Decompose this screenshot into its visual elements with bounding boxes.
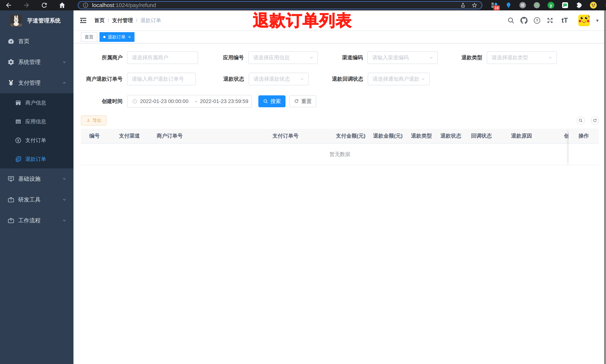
sidebar-item-app-info[interactable]: 应用信息 bbox=[0, 112, 73, 131]
avatar-caret-icon[interactable]: ▾ bbox=[596, 18, 599, 23]
channel-label: 渠道编码 bbox=[318, 54, 367, 61]
sidebar-item-refund-order[interactable]: 退款订单 bbox=[0, 150, 73, 169]
toolbar-right bbox=[577, 116, 599, 125]
browser-toolbar: localhost:1024/pay/refund 10 ⌘ y 更新 bbox=[0, 0, 606, 10]
top-navbar: 首页 / 支付管理 / 退款订单 退款订单列表 ? tT ▾ bbox=[73, 10, 606, 31]
create-time-label: 创建时间 bbox=[81, 98, 127, 105]
tag-home[interactable]: 首页 bbox=[81, 32, 97, 42]
column-header: 支付金额(元) bbox=[331, 129, 369, 143]
column-header: 退款金额(元) bbox=[369, 129, 407, 143]
extension-y-icon[interactable]: y bbox=[547, 2, 554, 9]
search-icon[interactable] bbox=[507, 17, 515, 24]
monitor-chart-icon bbox=[7, 175, 14, 182]
create-time-range-picker[interactable]: 2022-01-23 00:00:00 - 2022-01-23 23:59:5… bbox=[127, 95, 252, 108]
gear-icon bbox=[7, 59, 14, 66]
search-button[interactable]: 搜索 bbox=[258, 95, 286, 107]
breadcrumb-home[interactable]: 首页 bbox=[94, 17, 105, 24]
navbar-actions: ? tT ▾ bbox=[507, 15, 599, 26]
sidebar-item-home[interactable]: 首页 bbox=[0, 31, 73, 52]
extension-command-icon[interactable]: ⌘ bbox=[519, 2, 526, 9]
column-header: 商户订单号 bbox=[152, 129, 268, 143]
browser-home-icon[interactable] bbox=[58, 1, 66, 9]
filter-row-1: 所属商户 应用编号 请选择应用信息 渠道编码 请输入渠道编码 退款类型 请选择退… bbox=[81, 51, 606, 64]
channel-select[interactable]: 请输入渠道编码 bbox=[367, 51, 438, 64]
column-header: 支付渠道 bbox=[115, 129, 152, 143]
font-size-icon[interactable]: tT bbox=[559, 16, 570, 24]
app-placeholder: 请选择应用信息 bbox=[253, 54, 307, 61]
browser-reload-icon[interactable] bbox=[40, 1, 48, 9]
sidebar-item-workflow[interactable]: 工作流程 bbox=[0, 210, 73, 231]
table-header-row: 编号 支付渠道 商户订单号 支付订单号 支付金额(元) 退款金额(元) 退款类型… bbox=[81, 129, 599, 143]
notify-status-label: 退款回调状态 bbox=[309, 76, 368, 83]
sidebar-item-pay-order[interactable]: 支付订单 bbox=[0, 131, 73, 150]
tags-view-bar: 首页 退款订单 × bbox=[73, 31, 606, 43]
extension-dot-icon[interactable] bbox=[533, 2, 540, 9]
question-glyph: ? bbox=[536, 18, 538, 23]
app-label: 应用编号 bbox=[198, 54, 248, 61]
command-glyph: ⌘ bbox=[521, 3, 525, 8]
dashboard-icon bbox=[7, 38, 14, 45]
sidebar-item-devtools[interactable]: 研发工具 bbox=[0, 189, 73, 210]
sidebar-logo[interactable]: 芋道管理系统 bbox=[0, 10, 73, 31]
sidebar-item-pay[interactable]: ¥ 支付管理 bbox=[0, 73, 73, 93]
tag-label: 首页 bbox=[85, 34, 93, 40]
page-annotation: 退款订单列表 bbox=[253, 10, 352, 31]
breadcrumb-pay[interactable]: 支付管理 bbox=[112, 17, 133, 24]
briefcase-icon bbox=[7, 217, 14, 224]
avatar[interactable] bbox=[578, 15, 590, 26]
sidebar-item-label: 研发工具 bbox=[18, 196, 62, 204]
empty-text: 暂无数据 bbox=[329, 151, 350, 158]
merchant-input[interactable] bbox=[127, 51, 198, 64]
help-icon[interactable]: ? bbox=[533, 17, 541, 24]
notify-status-placeholder: 请选择通知商户退款结果的回调状态 bbox=[373, 76, 419, 83]
github-icon[interactable] bbox=[520, 17, 528, 24]
sidebar-item-label: 首页 bbox=[18, 38, 67, 45]
chevron-down-icon bbox=[309, 55, 314, 60]
refund-type-select[interactable]: 请选择退款类型 bbox=[487, 51, 557, 64]
refund-status-select[interactable]: 请选择退款状态 bbox=[249, 73, 309, 85]
column-header: 编号 bbox=[81, 129, 115, 143]
chevron-down-icon bbox=[548, 55, 553, 60]
date-end-value[interactable]: 2022-01-23 23:59:59 bbox=[200, 98, 252, 104]
share-icon[interactable] bbox=[460, 2, 466, 8]
fullscreen-icon[interactable] bbox=[546, 17, 554, 24]
breadcrumb-current: 退款订单 bbox=[140, 17, 161, 24]
export-button[interactable]: 导出 bbox=[81, 116, 106, 126]
sidebar-item-system[interactable]: 系统管理 bbox=[0, 52, 73, 73]
reset-button[interactable]: 重置 bbox=[289, 95, 316, 107]
address-bar[interactable]: localhost:1024/pay/refund bbox=[78, 1, 482, 9]
sidebar-item-merchant-info[interactable]: 商户信息 bbox=[0, 93, 73, 112]
site-info-icon[interactable] bbox=[82, 2, 89, 8]
browser-forward-icon[interactable] bbox=[23, 1, 30, 9]
app-frame: 芋道管理系统 首页 系统管理 ¥ 支付管理 商户信息 bbox=[0, 10, 606, 364]
chevron-down-icon bbox=[429, 55, 434, 60]
yen-icon: ¥ bbox=[7, 79, 14, 86]
filter-row-2: 商户退款订单号 退款状态 请选择退款状态 退款回调状态 请选择通知商户退款结果的… bbox=[81, 73, 606, 85]
extension-kite-icon[interactable] bbox=[505, 2, 512, 9]
url-text[interactable]: localhost:1024/pay/refund bbox=[92, 2, 458, 8]
sidebar-item-infra[interactable]: 基础设施 bbox=[0, 169, 73, 189]
close-icon[interactable]: × bbox=[128, 35, 131, 39]
export-button-label: 导出 bbox=[92, 117, 101, 123]
extension-emoji-icon[interactable] bbox=[590, 2, 597, 9]
notify-status-select[interactable]: 请选择通知商户退款结果的回调状态 bbox=[368, 73, 430, 85]
pay-submenu: 商户信息 应用信息 支付订单 退款订单 bbox=[0, 93, 73, 169]
extension-tiles-icon[interactable]: 10 bbox=[491, 2, 498, 9]
sidebar-item-label: 退款订单 bbox=[25, 156, 46, 163]
tag-label: 退款订单 bbox=[108, 34, 126, 40]
app-select[interactable]: 请选择应用信息 bbox=[248, 51, 318, 64]
merchant-refund-no-input[interactable] bbox=[127, 73, 196, 85]
bookmark-star-icon[interactable] bbox=[471, 2, 478, 8]
toggle-search-button[interactable] bbox=[577, 116, 585, 125]
sidebar-item-label: 商户信息 bbox=[25, 99, 46, 106]
date-start-value[interactable]: 2022-01-23 00:00:00 bbox=[140, 98, 193, 104]
browser-back-icon[interactable] bbox=[5, 1, 12, 9]
window-edge bbox=[604, 10, 606, 364]
logo-rabbit-image bbox=[10, 15, 22, 26]
sidebar-collapse-icon[interactable] bbox=[79, 16, 87, 25]
refresh-button[interactable] bbox=[591, 116, 599, 125]
tag-refund-order[interactable]: 退款订单 × bbox=[100, 32, 134, 42]
store-icon bbox=[15, 99, 22, 106]
extension-chat-icon[interactable] bbox=[562, 2, 569, 9]
extension-puzzle-icon[interactable] bbox=[576, 2, 583, 9]
